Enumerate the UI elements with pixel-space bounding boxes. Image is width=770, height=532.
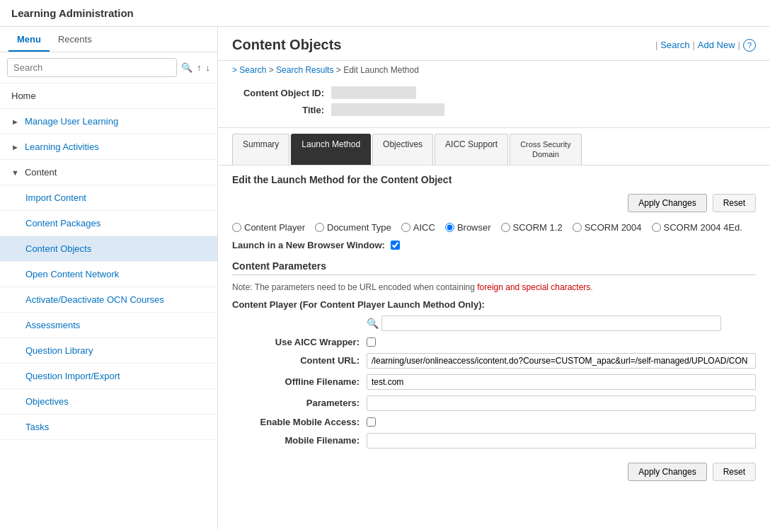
content-object-id-value xyxy=(331,86,416,99)
offline-filename-label: Offline Filename: xyxy=(232,376,367,387)
chevron-right-icon-2: ► xyxy=(11,143,19,151)
radio-browser: Browser xyxy=(445,222,491,233)
radio-scorm-1-2-label: SCORM 1.2 xyxy=(513,222,563,233)
top-action-bar: Apply Changes Reset xyxy=(232,194,756,212)
separator-2: | xyxy=(692,40,694,50)
page-title: Content Objects xyxy=(232,37,341,53)
radio-document-type-label: Document Type xyxy=(327,222,391,233)
reset-button-bottom[interactable]: Reset xyxy=(713,463,756,481)
tab-objectives[interactable]: Objectives xyxy=(372,134,433,165)
tab-menu[interactable]: Menu xyxy=(8,27,50,52)
tab-aicc-support[interactable]: AICC Support xyxy=(435,134,508,165)
enable-mobile-label: Enable Mobile Access: xyxy=(232,417,367,427)
launch-new-window-checkbox[interactable] xyxy=(391,241,400,250)
sidebar: Menu Recents 🔍 ↑ ↓ Home ► Manage User Le… xyxy=(0,27,218,529)
content-player-search-wrap: 🔍 xyxy=(367,316,756,331)
sort-icons: ↑ ↓ xyxy=(197,62,210,73)
mobile-filename-row: Mobile Filename: xyxy=(232,433,756,449)
sidebar-item-content-packages[interactable]: Content Packages xyxy=(0,211,217,236)
use-aicc-checkbox[interactable] xyxy=(367,337,376,347)
question-library-label: Question Library xyxy=(25,345,93,356)
sidebar-item-import-content[interactable]: Import Content xyxy=(0,185,217,211)
edit-section-title: Edit the Launch Method for the Content O… xyxy=(232,174,756,185)
activate-deactivate-label: Activate/Deactivate OCN Courses xyxy=(25,294,164,305)
separator-3: | xyxy=(738,40,740,50)
mobile-filename-label: Mobile Filename: xyxy=(232,435,367,446)
add-new-link[interactable]: Add New xyxy=(698,40,735,50)
tab-recents[interactable]: Recents xyxy=(50,27,100,52)
content-object-id-row: Content Object ID: xyxy=(232,86,756,99)
help-icon[interactable]: ? xyxy=(743,39,756,52)
search-link[interactable]: Search xyxy=(660,40,689,50)
parameters-label: Parameters: xyxy=(232,398,367,408)
sidebar-item-content-objects[interactable]: Content Objects xyxy=(0,236,217,262)
mobile-filename-input[interactable] xyxy=(367,433,756,449)
content-packages-label: Content Packages xyxy=(25,218,100,229)
sidebar-item-objectives[interactable]: Objectives xyxy=(0,389,217,415)
sort-down-icon[interactable]: ↓ xyxy=(206,62,211,73)
bottom-action-bar: Apply Changes Reset xyxy=(232,463,756,481)
radio-aicc-input[interactable] xyxy=(401,223,410,232)
objectives-label: Objectives xyxy=(25,396,69,407)
main-layout: Menu Recents 🔍 ↑ ↓ Home ► Manage User Le… xyxy=(0,27,770,529)
breadcrumb-current: Edit Launch Method xyxy=(343,65,419,75)
sidebar-item-home[interactable]: Home xyxy=(0,83,217,109)
radio-browser-input[interactable] xyxy=(445,223,454,232)
radio-content-player: Content Player xyxy=(232,222,305,233)
app-header: Learning Administration xyxy=(0,0,770,27)
radio-scorm-2004-4ed-input[interactable] xyxy=(652,223,661,232)
offline-filename-input[interactable] xyxy=(367,374,756,390)
title-value xyxy=(331,103,444,116)
radio-document-type: Document Type xyxy=(315,222,391,233)
enable-mobile-row: Enable Mobile Access: xyxy=(232,417,756,427)
header-links: | Search | Add New | ? xyxy=(655,39,756,52)
content-header: Content Objects | Search | Add New | ? xyxy=(218,27,770,61)
search-icon[interactable]: 🔍 xyxy=(181,62,192,73)
launch-method-radio-group: Content Player Document Type AICC Browse… xyxy=(232,222,756,233)
radio-content-player-input[interactable] xyxy=(232,223,241,232)
note-text: Note: The parameters need to be URL enco… xyxy=(232,282,756,292)
apply-changes-button-bottom[interactable]: Apply Changes xyxy=(628,463,706,481)
sort-up-icon[interactable]: ↑ xyxy=(197,62,202,73)
breadcrumb-results[interactable]: Search Results xyxy=(276,65,333,75)
content-player-input[interactable] xyxy=(381,316,721,331)
sidebar-item-activate-deactivate[interactable]: Activate/Deactivate OCN Courses xyxy=(0,287,217,313)
parameters-input[interactable] xyxy=(367,395,756,411)
radio-aicc-label: AICC xyxy=(413,222,435,233)
content-player-search-icon[interactable]: 🔍 xyxy=(367,318,379,329)
sidebar-item-assessments[interactable]: Assessments xyxy=(0,313,217,338)
apply-changes-button-top[interactable]: Apply Changes xyxy=(628,194,706,212)
import-content-label: Import Content xyxy=(25,192,86,203)
separator-1: | xyxy=(655,40,657,50)
tabs-bar: Summary Launch Method Objectives AICC Su… xyxy=(218,128,770,166)
content-url-input[interactable] xyxy=(367,353,756,369)
manage-user-learning-label: Manage User Learning xyxy=(25,116,118,127)
enable-mobile-checkbox[interactable] xyxy=(367,417,376,427)
open-content-network-label: Open Content Network xyxy=(25,269,119,279)
radio-scorm-2004-4ed-label: SCORM 2004 4Ed. xyxy=(664,222,742,233)
sidebar-item-open-content-network[interactable]: Open Content Network xyxy=(0,262,217,287)
tab-launch-method[interactable]: Launch Method xyxy=(291,134,371,165)
launch-new-window-label: Launch in a New Browser Window: xyxy=(232,240,385,250)
reset-button-top[interactable]: Reset xyxy=(713,194,756,212)
radio-scorm-2004-4ed: SCORM 2004 4Ed. xyxy=(652,222,742,233)
sidebar-item-question-library[interactable]: Question Library xyxy=(0,338,217,364)
radio-scorm-1-2-input[interactable] xyxy=(501,223,510,232)
breadcrumb-search[interactable]: > Search xyxy=(232,65,266,75)
sidebar-item-tasks[interactable]: Tasks xyxy=(0,415,217,440)
section-divider xyxy=(232,274,756,275)
radio-scorm-2004: SCORM 2004 xyxy=(573,222,642,233)
search-input[interactable] xyxy=(7,58,177,77)
radio-document-type-input[interactable] xyxy=(315,223,324,232)
sidebar-item-learning-activities[interactable]: ► Learning Activities xyxy=(0,134,217,160)
tab-summary[interactable]: Summary xyxy=(232,134,289,165)
sidebar-item-manage-user-learning[interactable]: ► Manage User Learning xyxy=(0,109,217,134)
content-objects-label: Content Objects xyxy=(25,243,91,254)
form-section: Content Object ID: Title: xyxy=(218,79,770,128)
sidebar-item-question-import-export[interactable]: Question Import/Export xyxy=(0,364,217,389)
sidebar-item-content[interactable]: ▼ Content xyxy=(0,160,217,185)
highlight-text: foreign and special characters xyxy=(477,282,590,292)
tab-cross-security[interactable]: Cross SecurityDomain xyxy=(510,134,582,165)
radio-scorm-2004-input[interactable] xyxy=(573,223,582,232)
chevron-down-icon: ▼ xyxy=(11,168,19,177)
